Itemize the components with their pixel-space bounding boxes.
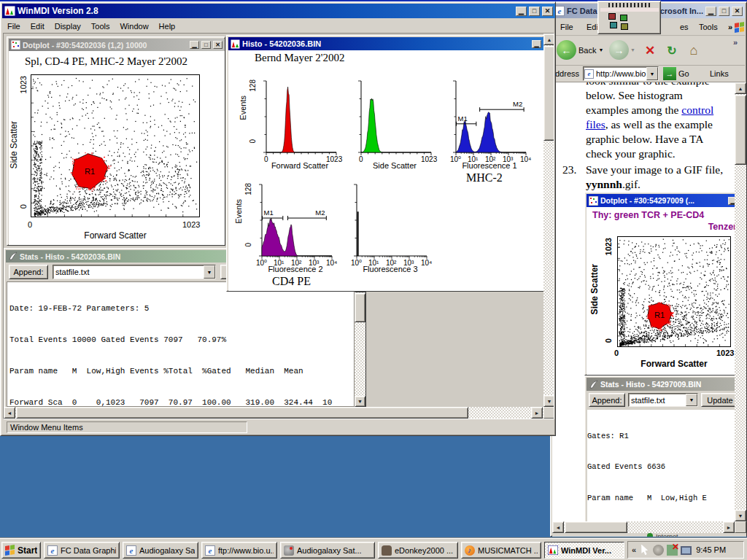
scroll-right-icon[interactable]: ► [531, 407, 543, 419]
start-button[interactable]: Start [1, 542, 41, 559]
color-swatch-teal[interactable] [610, 22, 617, 28]
statfile-dropdown-icon[interactable]: ▼ [686, 394, 697, 406]
minimize-button[interactable]: ▁ [190, 41, 199, 49]
links-label[interactable]: Links [710, 69, 729, 78]
winmdi-title: WinMDI Version 2.8 [18, 6, 98, 16]
control-files-link[interactable]: control [681, 104, 713, 116]
statfile-select[interactable]: statfile.txt ▼ [628, 393, 698, 407]
display-icon[interactable] [681, 546, 692, 555]
scroll-down-icon[interactable]: ▼ [355, 396, 365, 407]
menu-edit[interactable]: Edit [26, 20, 50, 32]
scroll-down-icon[interactable]: ▼ [735, 510, 746, 521]
palette-titlebar[interactable] [608, 3, 651, 7]
scatter-plot: R1 [31, 74, 200, 217]
taskbar-item-fcdata[interactable]: eFC Data Graphi... [44, 542, 120, 559]
back-dropdown-icon[interactable]: ▼ [598, 47, 603, 52]
append-button[interactable]: Append: [589, 393, 625, 407]
toolbar-chevron-icon[interactable]: » [733, 38, 738, 47]
scroll-left-icon[interactable]: ◄ [552, 521, 564, 533]
menu-window[interactable]: Window [115, 20, 153, 32]
statfile-select[interactable]: statfile.txt ▼ [53, 265, 216, 279]
x-axis-min: 0 [614, 349, 619, 357]
stats-vscrollbar[interactable]: ▲ ▼ [355, 281, 365, 407]
scrollbar-thumb[interactable] [543, 46, 554, 141]
ie-icon: e [126, 545, 136, 556]
tray-chevron-icon[interactable]: « [632, 545, 636, 554]
back-button[interactable]: ← Back ▼ [557, 40, 603, 60]
statfile-value[interactable]: statfile.txt [53, 268, 204, 276]
taskbar-item-winmdi[interactable]: WinMDI Ver... [544, 542, 624, 559]
maximize-button[interactable]: □ [719, 7, 729, 16]
update-button[interactable]: Update [701, 393, 735, 407]
append-button[interactable]: Append: [9, 265, 48, 279]
color-swatch-green[interactable] [620, 15, 627, 21]
menu-display[interactable]: Display [50, 20, 86, 32]
ie-vscrollbar[interactable]: ▲ ▼ [735, 82, 746, 521]
maximize-button[interactable]: □ [529, 7, 540, 16]
tray-clock[interactable]: 9:45 PM [696, 545, 726, 554]
scroll-down-icon[interactable]: ▼ [543, 395, 554, 407]
forward-button[interactable]: → ▼ [609, 40, 635, 60]
color-swatch-olive[interactable] [621, 23, 628, 30]
home-icon: ⌂ [690, 43, 698, 58]
home-button[interactable]: ⌂ [685, 42, 703, 59]
pointer-icon[interactable] [639, 545, 650, 556]
close-button[interactable]: ✕ [542, 7, 553, 16]
taskbar-item-audiogalaxy-2[interactable]: Audiogalaxy Sat... [280, 542, 375, 559]
refresh-button[interactable]: ↻ [663, 42, 681, 59]
y-axis-max: 128 [244, 183, 252, 195]
dotplot-titlebar[interactable]: Dotplot - #30:54202036 (1,2) 10000 ▁ □ ✕ [9, 39, 225, 51]
embedded-stats-toolbar: Append: statfile.txt ▼ Update [587, 391, 735, 410]
ie-menu-file[interactable]: File [555, 21, 578, 33]
winmdi-window: WinMDI Version 2.8 ▁ □ ✕ File Edit Displ… [0, 1, 556, 436]
taskbar-item-ftp[interactable]: eftp://www.bio.u... [201, 542, 277, 559]
scroll-left-icon[interactable]: ◄ [4, 407, 15, 419]
menu-file[interactable]: File [2, 20, 26, 32]
histo-icon [231, 39, 240, 49]
scroll-up-icon[interactable]: ▲ [735, 82, 746, 94]
histo-window: Histo - 54202036.BIN ▁ Bernd Mayer 2'200… [226, 35, 544, 292]
minimize-button[interactable]: ▁ [516, 7, 527, 16]
minimize-button[interactable]: ▁ [705, 7, 716, 16]
histo-title: Histo - 54202036.BIN [242, 39, 321, 48]
menu-help[interactable]: Help [154, 20, 181, 32]
mdi-vscrollbar[interactable]: ▲ ▼ [543, 34, 554, 407]
stop-button[interactable]: ✕ [641, 42, 659, 59]
close-button[interactable]: ✕ [732, 7, 743, 16]
scrollbar-thumb[interactable] [735, 95, 746, 165]
para-line: graphic below. Have a TA [586, 132, 703, 147]
address-dropdown-icon[interactable]: ▼ [646, 67, 658, 80]
scroll-right-icon[interactable]: ► [723, 521, 735, 533]
y-axis-label: Side Scatter [9, 121, 19, 168]
para-line: files, as well as the example [586, 117, 713, 132]
taskbar-item-musicmatch[interactable]: ♪ MUSICMATCH ... [461, 542, 541, 559]
minimize-button[interactable]: ▁ [532, 40, 541, 48]
histo-titlebar[interactable]: Histo - 54202036.BIN ▁ [228, 37, 543, 50]
ie-hscrollbar[interactable]: ◄ ► [552, 521, 735, 533]
scrollbar-thumb[interactable] [355, 293, 365, 322]
scrollbar-thumb[interactable] [16, 407, 468, 419]
network-error-icon[interactable]: ✕ [667, 545, 678, 556]
maximize-button[interactable]: □ [201, 41, 211, 49]
taskbar-item-edonkey[interactable]: eDonkey2000 ... [378, 542, 458, 559]
scroll-up-icon[interactable]: ▲ [543, 34, 554, 45]
ie-addressbar: ddress e http://www.bio.u ▼ → Go Links [552, 66, 745, 82]
volume-icon[interactable] [653, 545, 664, 556]
statfile-value[interactable]: statfile.txt [629, 396, 686, 405]
control-files-link[interactable]: files [586, 118, 605, 131]
color-swatch-red[interactable] [608, 13, 616, 20]
taskbar-item-audiogalaxy-1[interactable]: eAudiogalaxy Sat... [123, 542, 198, 559]
close-button[interactable]: ✕ [213, 41, 222, 49]
address-input[interactable]: e http://www.bio.u ▼ [583, 66, 659, 81]
ie-menu-favorites-tail[interactable]: es [675, 21, 694, 33]
menu-tools[interactable]: Tools [86, 20, 115, 32]
scrollbar-thumb[interactable] [565, 521, 627, 533]
mdi-hscrollbar[interactable]: ◄ ► [4, 407, 543, 419]
go-button[interactable]: → Go [663, 66, 689, 81]
ie-menu-tools[interactable]: Tools [694, 21, 723, 33]
address-value[interactable]: http://www.bio.u [594, 69, 646, 78]
statfile-dropdown-icon[interactable]: ▼ [204, 265, 215, 279]
winmdi-titlebar[interactable]: WinMDI Version 2.8 ▁ □ ✕ [2, 4, 555, 18]
forward-dropdown-icon[interactable]: ▼ [630, 47, 635, 52]
palette-window[interactable] [597, 1, 661, 34]
